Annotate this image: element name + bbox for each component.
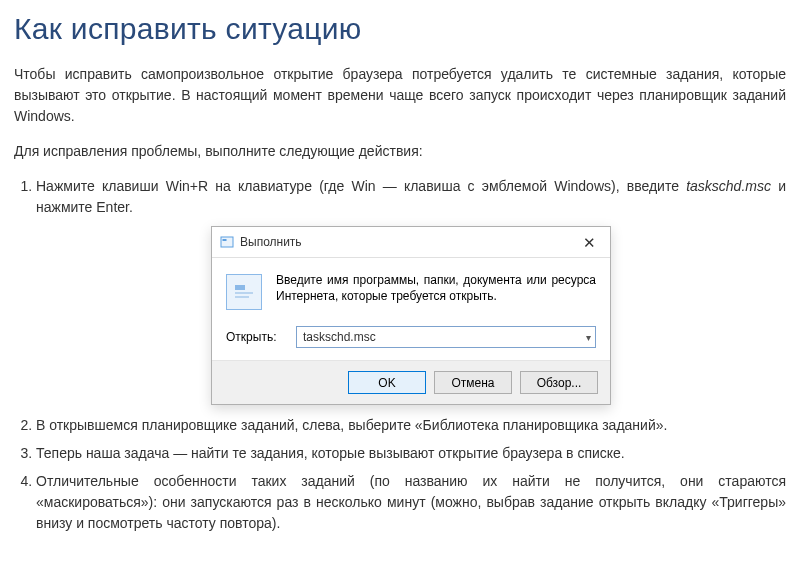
run-instruction: Введите имя программы, папки, документа … xyxy=(276,272,596,304)
browse-button[interactable]: Обзор... xyxy=(520,371,598,394)
svg-rect-1 xyxy=(223,239,227,241)
svg-rect-3 xyxy=(235,285,245,290)
svg-rect-5 xyxy=(235,296,249,298)
step-1-text-a: Нажмите клавиши Win+R на клавиатуре (где… xyxy=(36,178,686,194)
run-command-value: taskschd.msc xyxy=(303,328,376,346)
run-open-label: Открыть: xyxy=(226,328,286,346)
step-1: Нажмите клавиши Win+R на клавиатуре (где… xyxy=(36,176,786,405)
chevron-down-icon[interactable]: ▾ xyxy=(586,330,591,345)
run-dialog: Выполнить ✕ Введите имя программы, папки… xyxy=(211,226,611,405)
run-icon xyxy=(220,235,234,249)
run-app-icon xyxy=(226,274,262,310)
svg-rect-4 xyxy=(235,292,253,294)
run-command-input[interactable]: taskschd.msc ▾ xyxy=(296,326,596,348)
run-button-row: OK Отмена Обзор... xyxy=(212,360,610,404)
lead-paragraph: Для исправления проблемы, выполните след… xyxy=(14,141,786,162)
run-titlebar: Выполнить ✕ xyxy=(212,227,610,258)
close-icon[interactable]: ✕ xyxy=(576,235,602,250)
step-4: Отличительные особенности таких заданий … xyxy=(36,471,786,534)
intro-paragraph: Чтобы исправить самопроизвольное открыти… xyxy=(14,64,786,127)
page-title: Как исправить ситуацию xyxy=(14,12,786,46)
step-1-command: taskschd.msc xyxy=(686,178,771,194)
cancel-button[interactable]: Отмена xyxy=(434,371,512,394)
steps-list: Нажмите клавиши Win+R на клавиатуре (где… xyxy=(14,176,786,534)
step-3: Теперь наша задача — найти те задания, к… xyxy=(36,443,786,464)
svg-rect-0 xyxy=(221,237,233,247)
ok-button[interactable]: OK xyxy=(348,371,426,394)
run-title: Выполнить xyxy=(240,233,302,251)
step-2: В открывшемся планировщике заданий, слев… xyxy=(36,415,786,436)
